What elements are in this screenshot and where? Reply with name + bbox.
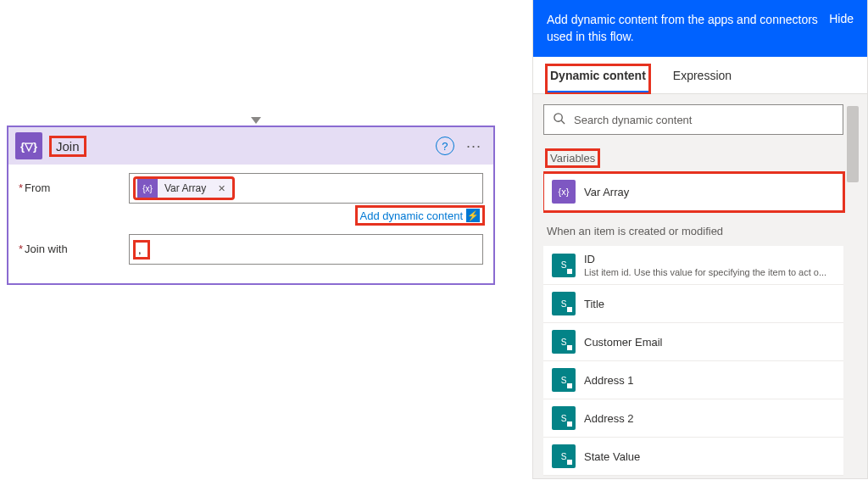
dynamic-item-var-array[interactable]: {x} Var Array: [543, 173, 843, 211]
item-desc: List item id. Use this value for specify…: [584, 267, 830, 277]
item-title: Address 2: [584, 412, 835, 425]
dynamic-item-state-value[interactable]: S State Value: [543, 438, 843, 476]
sharepoint-icon: S: [552, 406, 576, 430]
dynamic-item-id[interactable]: S ID List item id. Use this value for sp…: [543, 246, 843, 285]
item-title: Title: [584, 298, 835, 310]
dynamic-item-address-2[interactable]: S Address 2: [543, 399, 843, 438]
search-icon: [553, 112, 565, 127]
svg-line-1: [561, 121, 565, 125]
tab-dynamic-content[interactable]: Dynamic content: [547, 65, 649, 93]
data-operation-icon: {▽}: [15, 132, 42, 159]
tab-expression[interactable]: Expression: [673, 69, 732, 93]
add-dynamic-label: Add dynamic content: [360, 209, 463, 222]
search-placeholder: Search dynamic content: [574, 114, 692, 126]
dynamic-content-panel: Add dynamic content from the apps and co…: [532, 0, 868, 479]
item-title: Customer Email: [584, 336, 835, 349]
hide-panel-link[interactable]: Hide: [829, 12, 854, 25]
help-icon[interactable]: ?: [436, 137, 454, 155]
panel-scroll[interactable]: Search dynamic content Variables {x} Var…: [543, 104, 847, 478]
joinwith-label: *Join with: [19, 234, 129, 255]
sharepoint-icon: S: [552, 368, 576, 392]
search-input[interactable]: Search dynamic content: [543, 104, 843, 135]
sharepoint-icon: S: [552, 254, 576, 277]
action-body: *From {x} Var Array ✕ Add dynamic conten…: [8, 165, 493, 283]
joinwith-input[interactable]: ,: [129, 234, 483, 265]
sharepoint-icon: S: [552, 444, 576, 468]
from-label: *From: [19, 173, 129, 194]
var-array-token[interactable]: {x} Var Array ✕: [135, 178, 233, 198]
joinwith-field-row: *Join with ,: [19, 234, 483, 265]
more-menu-icon[interactable]: ···: [461, 137, 487, 155]
panel-tabs: Dynamic content Expression: [533, 57, 867, 94]
add-dynamic-content-link[interactable]: Add dynamic content ⚡: [357, 207, 483, 224]
join-action-card: {▽} Join ? ··· *From {x} Var Array ✕: [7, 126, 495, 285]
sharepoint-icon: S: [552, 292, 576, 315]
action-header[interactable]: {▽} Join ? ···: [8, 127, 493, 165]
dynamic-item-title[interactable]: S Title: [543, 285, 843, 323]
variable-icon: {x}: [137, 178, 158, 198]
dynamic-item-customer-email[interactable]: S Customer Email: [543, 323, 843, 361]
scrollbar-thumb[interactable]: [847, 106, 859, 182]
banner-text: Add dynamic content from the apps and co…: [547, 12, 821, 45]
item-title: ID: [584, 253, 835, 265]
item-title: Address 1: [584, 374, 835, 387]
from-input[interactable]: {x} Var Array ✕: [129, 173, 483, 204]
variable-icon: {x}: [552, 180, 576, 204]
token-label: Var Array: [158, 182, 213, 194]
panel-banner: Add dynamic content from the apps and co…: [533, 0, 867, 57]
sharepoint-icon: S: [552, 330, 576, 354]
section-variables-header: Variables: [543, 147, 843, 173]
section-trigger-header: When an item is created or modified: [543, 220, 843, 246]
panel-body: Search dynamic content Variables {x} Var…: [533, 94, 867, 478]
connector-arrow-icon: [251, 117, 261, 124]
action-title[interactable]: Join: [51, 137, 85, 155]
svg-point-0: [554, 114, 562, 121]
plus-icon: ⚡: [466, 209, 480, 222]
item-title: State Value: [584, 450, 835, 463]
dynamic-item-address-1[interactable]: S Address 1: [543, 361, 843, 399]
scrollbar-track[interactable]: [847, 104, 859, 478]
remove-token-icon[interactable]: ✕: [213, 183, 231, 194]
item-title: Var Array: [584, 186, 835, 198]
joinwith-value: ,: [135, 242, 148, 258]
from-field-row: *From {x} Var Array ✕ Add dynamic conten…: [19, 173, 483, 231]
